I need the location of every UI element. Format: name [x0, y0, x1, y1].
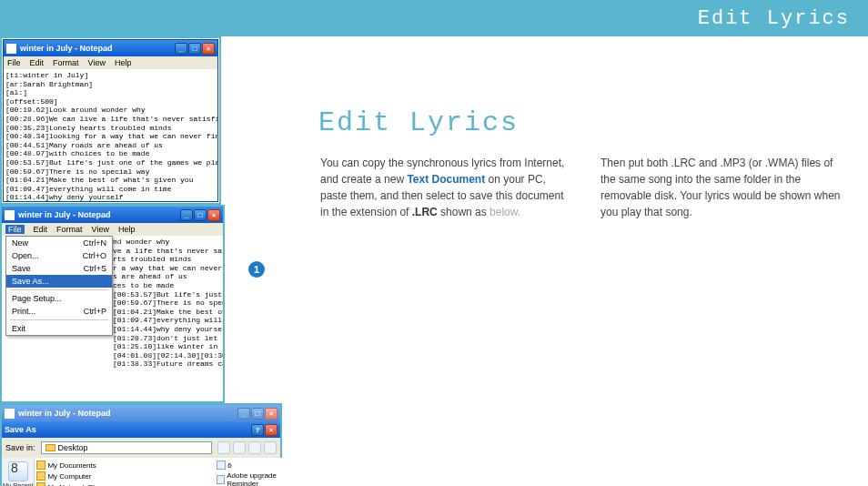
close-button[interactable]: × — [202, 43, 215, 55]
menu-item-open[interactable]: Open...Ctrl+O — [6, 249, 112, 262]
page-title: Edit Lyrics — [318, 107, 519, 138]
step-badge-1: 1 — [248, 261, 265, 278]
folder-icon — [36, 461, 45, 470]
notepad-icon — [6, 44, 16, 54]
window-titlebar[interactable]: winter in July - Notepad _ □ × — [2, 207, 223, 223]
menu-file-active[interactable]: File — [5, 225, 25, 234]
menu-item-exit[interactable]: Exit — [6, 322, 112, 335]
menubar: File Edit Format View Help — [2, 223, 223, 236]
highlight-lrc: .LRC — [412, 206, 438, 218]
menu-separator — [10, 319, 108, 320]
body-paragraph-2: Then put both .LRC and .MP3 (or .WMA) fi… — [601, 155, 846, 220]
header-title: Edit Lyrics — [698, 7, 850, 30]
list-item[interactable]: My Network Places — [36, 481, 213, 486]
menu-item-pagesetup[interactable]: Page Setup... — [6, 292, 112, 305]
up-icon[interactable] — [233, 441, 246, 454]
folder-icon — [36, 482, 45, 486]
file-list[interactable]: My DocumentsMy ComputerMy Network Places… — [35, 458, 301, 486]
saveas-main: My Recent Documents Desktop My Documents… — [2, 458, 280, 486]
menu-file[interactable]: File — [7, 58, 21, 67]
menu-format[interactable]: Format — [56, 225, 83, 234]
notepad-text-area[interactable]: [ti:winter in July] [ar:Sarah Brightman]… — [4, 69, 217, 201]
menu-item-print[interactable]: Print...Ctrl+P — [6, 305, 112, 318]
file-menu-dropdown: NewCtrl+N Open...Ctrl+O SaveCtrl+S Save … — [5, 236, 113, 336]
content-area: Edit Lyrics You can copy the synchronous… — [0, 36, 868, 486]
list-item[interactable]: 6 — [217, 460, 299, 471]
folder-icon — [36, 471, 45, 481]
minimize-button[interactable]: _ — [237, 408, 250, 420]
menu-separator — [10, 289, 108, 290]
views-icon[interactable] — [264, 441, 277, 454]
body-paragraph-1: You can copy the synchronous lyrics from… — [320, 155, 575, 220]
notepad-icon — [5, 409, 15, 419]
savein-label: Save in: — [5, 443, 35, 452]
dialog-titlebar[interactable]: Save As ? × — [2, 421, 280, 438]
highlight-text-document: Text Document — [407, 173, 485, 186]
desktop-icon — [45, 444, 56, 451]
window-title: winter in July - Notepad — [18, 210, 111, 219]
maximize-button[interactable]: □ — [194, 209, 207, 221]
menu-edit[interactable]: Edit — [30, 58, 45, 67]
file-icon — [217, 475, 225, 484]
window-titlebar-background: winter in July - Notepad _ □ × — [2, 405, 280, 421]
screenshot-1-notepad: winter in July - Notepad _ □ × File Edit… — [0, 36, 221, 205]
page-number: 8 — [11, 461, 18, 475]
close-button[interactable]: × — [207, 209, 220, 221]
list-item[interactable]: My Documents — [36, 460, 213, 471]
screenshot-2-notepad-saveas: winter in July - Notepad _ □ × File Edit… — [0, 205, 225, 403]
dialog-title: Save As — [5, 425, 36, 434]
menu-help[interactable]: Help — [118, 225, 136, 234]
menu-item-save[interactable]: SaveCtrl+S — [6, 262, 112, 275]
nav-icons — [217, 441, 277, 454]
back-icon[interactable] — [217, 441, 230, 454]
menu-item-new[interactable]: NewCtrl+N — [6, 237, 112, 249]
places-bar: My Recent Documents Desktop My Documents… — [2, 458, 35, 486]
minimize-button[interactable]: _ — [175, 43, 187, 55]
list-item[interactable]: My Computer — [36, 471, 213, 481]
minimize-button[interactable]: _ — [180, 209, 193, 221]
menu-view[interactable]: View — [88, 58, 106, 67]
list-item[interactable]: Adobe upgrade Reminder — [217, 471, 299, 486]
close-button[interactable]: × — [265, 424, 278, 436]
window-title: winter in July - Notepad — [20, 44, 113, 53]
window-titlebar[interactable]: winter in July - Notepad _ □ × — [4, 40, 217, 56]
menu-edit[interactable]: Edit — [34, 225, 48, 234]
menu-view[interactable]: View — [92, 225, 109, 234]
menu-format[interactable]: Format — [53, 58, 79, 67]
close-button[interactable]: × — [265, 408, 278, 420]
text: shown as — [438, 206, 490, 218]
text-below: below. — [490, 206, 520, 218]
menubar: File Edit Format View Help — [4, 56, 217, 69]
menu-item-saveas[interactable]: Save As... — [6, 275, 112, 288]
maximize-button[interactable]: □ — [188, 43, 201, 55]
maximize-button[interactable]: □ — [251, 408, 264, 420]
page-header: Edit Lyrics — [0, 0, 868, 36]
savein-dropdown[interactable]: Desktop — [41, 441, 212, 454]
savein-row: Save in: Desktop — [2, 438, 280, 458]
window-title: winter in July - Notepad — [18, 409, 111, 418]
screenshot-3-saveas-dialog: winter in July - Notepad _ □ × Save As ?… — [0, 403, 282, 486]
help-button[interactable]: ? — [251, 424, 264, 436]
file-icon — [217, 461, 226, 470]
newfolder-icon[interactable] — [248, 441, 261, 454]
notepad-icon — [5, 210, 15, 220]
menu-help[interactable]: Help — [115, 58, 132, 67]
